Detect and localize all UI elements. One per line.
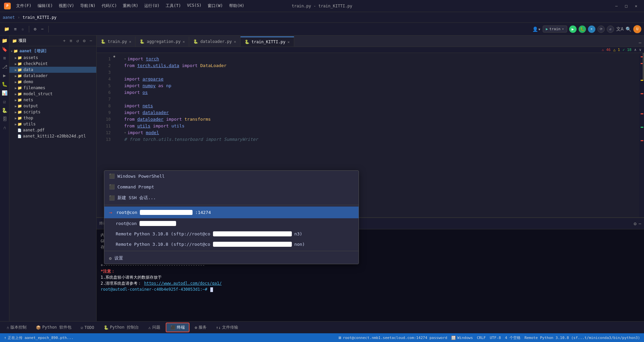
tree-item-model-struct[interactable]: ▶ 📁 model_struct <box>9 91 96 97</box>
favorites-btn[interactable]: ☆ <box>20 26 25 32</box>
bottom-tab-vcs[interactable]: ⑃ 版本控制 <box>3 323 31 332</box>
project-view-btn[interactable]: 📁 <box>3 26 11 32</box>
sidebar-todo-icon[interactable]: ☑ <box>1 98 8 105</box>
tree-item-demo[interactable]: ▶ 📁 demo <box>9 79 96 85</box>
menu-tools[interactable]: 工具(T) <box>163 2 184 10</box>
scrollbar-thumb[interactable] <box>643 53 644 80</box>
bottom-tab-transfer[interactable]: ↑↓ 文件传输 <box>212 323 242 332</box>
tab-dataloader-py[interactable]: 🐍 dataloader.py ✕ <box>189 37 240 47</box>
tree-item-output[interactable]: ▶ 📁 output <box>9 103 96 109</box>
menu-refactor[interactable]: 重构(R) <box>120 2 141 10</box>
tree-item-assets[interactable]: ▶ 📁 assets <box>9 55 96 61</box>
tree-item-nets[interactable]: ▶ 📁 nets <box>9 97 96 103</box>
run-config-selector[interactable]: ▶ train ▾ <box>543 25 567 33</box>
tree-item-checkpoint[interactable]: ▶ 📁 checkPoint <box>9 61 96 67</box>
sidebar-commit-icon[interactable]: ⎇ <box>1 63 8 70</box>
tree-action-close[interactable]: − <box>88 38 94 44</box>
dropdown-item-remote-py-1[interactable]: Remote Python 3.10.8 (sftp://root@co n3) <box>104 229 359 239</box>
tree-item-thop[interactable]: ▶ 📁 thop <box>9 115 96 121</box>
maximize-button[interactable]: □ <box>623 3 630 9</box>
tree-action-collapse[interactable]: ≡ <box>68 38 74 44</box>
coverage-button[interactable]: ☂ <box>588 25 595 33</box>
user-icon[interactable]: 👤▾ <box>532 26 541 32</box>
terminal-link[interactable]: https://www.autodl.com/docs/qa1/ <box>144 281 222 286</box>
fold-arrow-12[interactable]: ▾ <box>124 129 126 136</box>
fold-arrow-1[interactable]: ▾ <box>124 56 126 62</box>
tree-item-aanet-kitti[interactable]: ▶ 📄 aanet_kitti12-e20bb24d.ptl <box>9 133 96 139</box>
dropdown-item-remote-py-2[interactable]: Remote Python 3.10.8 (sftp://root@co non… <box>104 239 359 249</box>
menu-view[interactable]: 视图(V) <box>56 2 77 10</box>
tree-item-filenames[interactable]: ▶ 📁 filenames <box>9 85 96 91</box>
status-os[interactable]: 🪟 Windows <box>450 335 474 341</box>
terminal-close-icon[interactable]: − <box>639 221 641 226</box>
menu-help[interactable]: 帮助(H) <box>226 2 247 10</box>
status-line-ending[interactable]: CRLF <box>476 335 487 341</box>
status-encoding[interactable]: UTF-8 <box>488 335 502 341</box>
status-upload[interactable]: ↑ 正在上传 aanet_epoch_890.pth... <box>3 335 75 341</box>
close-button[interactable]: ✕ <box>632 3 640 9</box>
sidebar-project-icon[interactable]: 📁 <box>1 37 8 44</box>
menu-navigate[interactable]: 导航(N) <box>77 2 98 10</box>
editor-scrollbar[interactable] <box>639 53 644 217</box>
tree-item-dataloader[interactable]: ▶ 📁 dataloader <box>9 73 96 79</box>
tab-train-py[interactable]: 🐍 train.py ✕ <box>97 37 136 47</box>
debug-button[interactable]: 🐛 <box>579 25 586 33</box>
dropdown-item-settings[interactable]: ⚙ 设置 <box>104 252 359 264</box>
dropdown-item-ssh[interactable]: ⬛ 新建 SSH 会话... <box>104 192 359 204</box>
settings-btn[interactable]: ⚙ <box>33 26 38 32</box>
tab-more-button[interactable]: ⋯ <box>636 39 644 47</box>
tree-item-utils[interactable]: ▶ 📁 utils <box>9 121 96 127</box>
bottom-tab-python-console[interactable]: 🐍 Python 控制台 <box>100 323 143 332</box>
bottom-tab-terminal[interactable]: ⬛ 终端 <box>166 323 190 332</box>
dropdown-item-session-1[interactable]: → root@con :14274 <box>104 207 359 218</box>
profile-button[interactable]: ⟳ <box>597 25 605 33</box>
tab-train-close[interactable]: ✕ <box>129 40 131 44</box>
dropdown-item-cmd[interactable]: ⬛ Command Prompt <box>104 181 359 192</box>
tree-action-new[interactable]: + <box>62 38 67 44</box>
sidebar-database-icon[interactable]: 🗄 <box>1 115 8 123</box>
terminal-settings-icon[interactable]: ⚙ <box>634 221 636 226</box>
sidebar-bookmark-icon[interactable]: 🔖 <box>1 46 8 53</box>
error-bar-collapse[interactable]: ∨ <box>639 48 641 52</box>
menu-run[interactable]: 运行(U) <box>142 2 162 10</box>
tab-train-kitti-py[interactable]: 🐍 train_KITTI.py ✕ <box>240 37 294 47</box>
sidebar-debug-icon[interactable]: 🐛 <box>1 80 8 88</box>
bottom-tab-problems[interactable]: ⚠ 问题 <box>144 323 164 332</box>
bottom-tab-services[interactable]: ⚙ 服务 <box>191 323 211 332</box>
tree-item-data[interactable]: ▶ 📁 data <box>9 67 96 73</box>
error-bar-expand[interactable]: ∧ <box>634 48 637 52</box>
translate-icon[interactable]: 文A <box>616 26 624 32</box>
menu-code[interactable]: 代码(C) <box>99 2 120 10</box>
tree-root[interactable]: ▾ 📁 aanet [培训] <box>9 48 96 55</box>
dropdown-item-powershell[interactable]: ⬛ Windows PowerShell <box>104 171 359 181</box>
tab-aggregation-close[interactable]: ✕ <box>183 40 185 44</box>
sidebar-structure-icon[interactable]: ≋ <box>1 54 8 62</box>
structure-btn[interactable]: ≡ <box>13 26 18 32</box>
menu-window[interactable]: 窗口(W) <box>205 2 226 10</box>
close-panel-btn[interactable]: − <box>40 26 45 32</box>
sidebar-run-icon[interactable]: ▶ <box>1 72 8 79</box>
bottom-tab-todo[interactable]: ☑ TODO <box>77 324 98 331</box>
sidebar-git-icon[interactable]: ⑃ <box>1 124 8 131</box>
menu-file[interactable]: 文件(F) <box>13 2 34 10</box>
user-avatar[interactable]: U <box>633 25 641 33</box>
menu-edit[interactable]: 编辑(E) <box>35 2 56 10</box>
sidebar-profile-icon[interactable]: 📊 <box>1 89 8 97</box>
sidebar-python-icon[interactable]: 🐍 <box>1 107 8 114</box>
tree-action-settings[interactable]: ⚙ <box>82 38 87 44</box>
status-interpreter[interactable]: Remote Python 3.10.8 (sf...t/miniconda3/… <box>523 335 641 341</box>
tree-item-scripts[interactable]: ▶ 📁 scripts <box>9 109 96 115</box>
status-indent[interactable]: 4 个空格 <box>503 335 522 341</box>
tab-train-kitti-close[interactable]: ✕ <box>287 40 290 44</box>
reload-button[interactable]: ↺ <box>607 25 614 33</box>
run-button[interactable]: ▶ <box>569 25 577 33</box>
dropdown-item-session-2[interactable]: root@con <box>104 218 359 229</box>
status-connection[interactable]: 🖥 root@connect.nmb1.seetacloud.com:14274… <box>336 335 448 341</box>
tab-dataloader-close[interactable]: ✕ <box>234 40 236 44</box>
breadcrumb-aanet[interactable]: aanet <box>3 15 15 20</box>
tab-aggregation-py[interactable]: 🐍 aggregation.py ✕ <box>136 37 189 47</box>
tree-action-refresh[interactable]: ↺ <box>75 38 80 44</box>
menu-vcs[interactable]: VCS(S) <box>184 2 204 10</box>
tree-item-aanet-pdf[interactable]: ▶ 📄 aanet.pdf <box>9 127 96 133</box>
search-icon[interactable]: 🔍 <box>626 26 631 32</box>
